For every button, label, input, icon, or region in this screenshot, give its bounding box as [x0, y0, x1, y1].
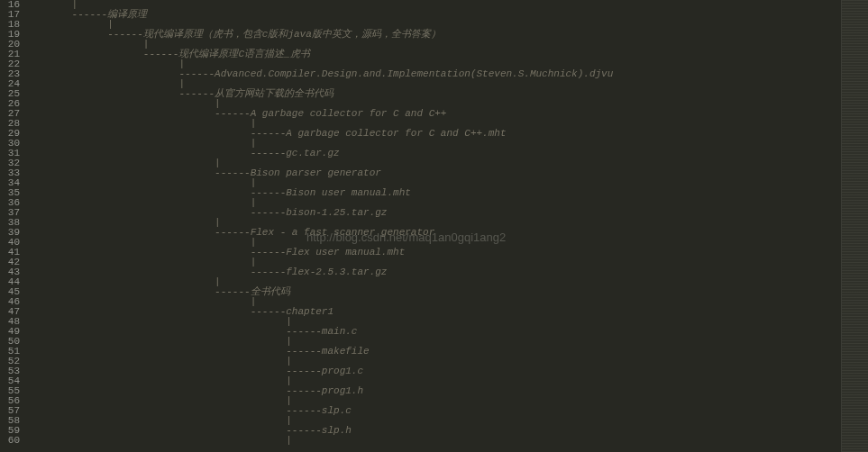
minimap[interactable]	[841, 0, 868, 452]
line-number-gutter[interactable]: 1617181920212223242526272829303132333435…	[0, 0, 27, 452]
editor-container: 1617181920212223242526272829303132333435…	[0, 0, 868, 452]
minimap-content	[842, 0, 868, 452]
code-area[interactable]: | ------编译原理 | ------现代编译原理（虎书，包含c版和java…	[27, 0, 841, 452]
code-line: ------现代编译原理（虎书，包含c版和java版中英文，源码，全书答案）	[36, 30, 841, 40]
code-line: ------编译原理	[36, 10, 841, 20]
line-number: 60	[0, 436, 20, 446]
code-line: |	[36, 0, 841, 10]
code-line: |	[36, 436, 841, 446]
